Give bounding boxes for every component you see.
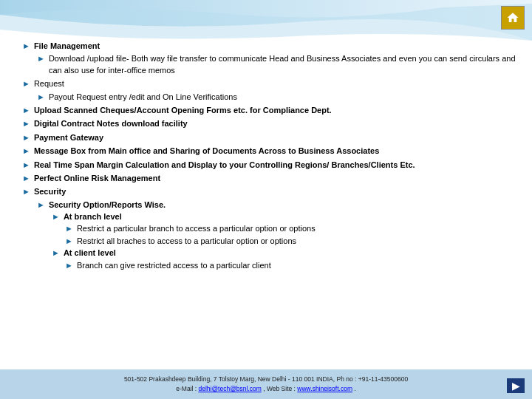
section-file-management: ► File Management ► Download /upload fil… (22, 41, 521, 76)
main-content: ► File Management ► Download /upload fil… (22, 41, 521, 366)
bullet-arrow: ► (52, 212, 60, 221)
nav-arrow-icon: ▶ (512, 380, 520, 392)
bullet-arrow: ► (22, 187, 30, 196)
home-icon (506, 11, 519, 24)
footer-email-link[interactable]: delhi@tech@bsnl.com (199, 385, 262, 392)
bullet-arrow: ► (22, 133, 30, 142)
item-detail: Payout Request entry /edit and On Line V… (49, 92, 237, 103)
bullet-arrow: ► (37, 200, 45, 209)
list-item: ► Real Time Span Margin Calculation and … (22, 160, 521, 171)
bullet-arrow: ► (37, 92, 45, 101)
footer-line1: 501-502 Prakashdeep Building, 7 Tolstoy … (124, 375, 408, 384)
section-security: ► Security ► Security Option/Reports Wis… (22, 186, 521, 271)
item-label: Upload Scanned Cheques/Account Opening F… (34, 105, 332, 116)
list-item: ► Download /upload file- Both way file t… (37, 53, 521, 76)
list-item: ► At client level (52, 248, 521, 259)
item-label: File Management (34, 41, 100, 52)
top-wave-decoration (0, 0, 532, 41)
bullet-arrow: ► (22, 146, 30, 155)
bullet-arrow: ► (65, 224, 73, 233)
footer: 501-502 Prakashdeep Building, 7 Tolstoy … (0, 369, 532, 399)
section-message-box: ► Message Box from Main office and Shari… (22, 146, 521, 157)
list-item: ► At branch level (52, 211, 521, 222)
footer-post: . (352, 385, 356, 392)
list-item: ► Restrict a particular branch to access… (65, 223, 521, 234)
list-item: ► Branch can give restricted access to a… (65, 260, 521, 271)
item-detail: Security Option/Reports Wise. (49, 200, 166, 211)
bullet-arrow: ► (37, 54, 45, 63)
section-perfect-online: ► Perfect Online Risk Management (22, 173, 521, 184)
section-upload-scanned: ► Upload Scanned Cheques/Account Opening… (22, 105, 521, 116)
section-payment-gateway: ► Payment Gateway (22, 132, 521, 143)
bullet-arrow: ► (22, 119, 30, 128)
item-label: Digital Contract Notes download facility (34, 118, 188, 129)
item-detail: Restrict a particular branch to access a… (77, 223, 316, 234)
item-detail: At client level (64, 248, 116, 259)
bullet-arrow: ► (52, 248, 60, 257)
list-item: ► File Management (22, 41, 521, 52)
item-detail: Download /upload file- Both way file tra… (49, 53, 521, 76)
home-button[interactable] (501, 6, 525, 30)
list-item: ► Restrict all braches to access to a pa… (65, 236, 521, 247)
item-label: Message Box from Main office and Sharing… (34, 146, 379, 157)
list-item: ► Perfect Online Risk Management (22, 173, 521, 184)
list-item: ► Payout Request entry /edit and On Line… (37, 92, 521, 103)
footer-website-link[interactable]: www.shineisoft.com (297, 385, 352, 392)
list-item: ► Security Option/Reports Wise. (37, 200, 521, 211)
item-label: Security (34, 186, 66, 197)
list-item: ► Message Box from Main office and Shari… (22, 146, 521, 157)
item-detail: At branch level (64, 211, 122, 222)
bullet-arrow: ► (22, 41, 30, 50)
section-digital-contract: ► Digital Contract Notes download facili… (22, 118, 521, 129)
list-item: ► Security (22, 186, 521, 197)
bullet-arrow: ► (22, 160, 30, 169)
nav-next-button[interactable]: ▶ (507, 378, 525, 393)
list-item: ► Digital Contract Notes download facili… (22, 118, 521, 129)
item-detail: Restrict all braches to access to a part… (77, 236, 296, 247)
item-label: Perfect Online Risk Management (34, 173, 160, 184)
item-detail: Branch can give restricted access to a p… (77, 260, 271, 271)
list-item: ► Request (22, 78, 521, 89)
bullet-arrow: ► (65, 261, 73, 270)
footer-website-pre: , Web Site : (262, 385, 298, 392)
bullet-arrow: ► (22, 79, 30, 88)
footer-email-pre: e-Mail : (176, 385, 198, 392)
section-real-time: ► Real Time Span Margin Calculation and … (22, 160, 521, 171)
footer-line2: e-Mail : delhi@tech@bsnl.com , Web Site … (176, 384, 355, 394)
item-label: Payment Gateway (34, 132, 103, 143)
list-item: ► Payment Gateway (22, 132, 521, 143)
bullet-arrow: ► (22, 174, 30, 183)
item-label: Real Time Span Margin Calculation and Di… (34, 160, 415, 171)
list-item: ► Upload Scanned Cheques/Account Opening… (22, 105, 521, 116)
item-label: Request (34, 78, 64, 89)
bullet-arrow: ► (22, 106, 30, 115)
section-request: ► Request ► Payout Request entry /edit a… (22, 78, 521, 103)
bullet-arrow: ► (65, 236, 73, 245)
